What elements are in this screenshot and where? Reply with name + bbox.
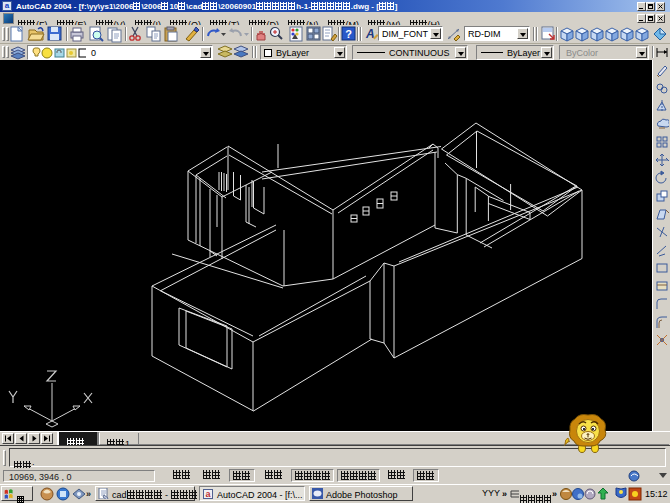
svg-text:A: A <box>365 27 375 41</box>
svg-text:?: ? <box>345 28 352 40</box>
